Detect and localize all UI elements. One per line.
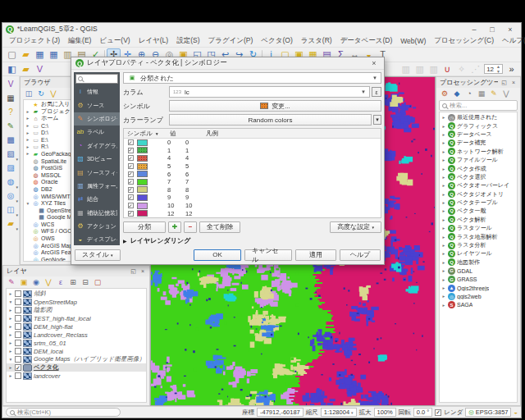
layer-visibility-checkbox[interactable]	[15, 356, 21, 363]
expand-arrow-icon[interactable]: ▸	[25, 151, 30, 156]
toolbar-button[interactable]: ▢	[5, 48, 19, 61]
toolbar-button[interactable]: ▥	[399, 63, 413, 75]
toolbox-group-item[interactable]: ▸ Q データ補完	[440, 139, 517, 147]
toolbox-group-item[interactable]: ▸ Q グラフィックス	[440, 121, 517, 130]
toolbar-button[interactable]: ▦	[33, 48, 47, 61]
layer-visibility-checkbox[interactable]	[15, 315, 21, 322]
locator-search[interactable]: 検索(Ctrl+K)	[6, 408, 121, 417]
toolbox-tool-button[interactable]: ✎	[488, 89, 500, 98]
magnifier-value[interactable]: 100%	[374, 408, 396, 417]
toolbox-group-item[interactable]: ▸ Q ベクタ作成	[440, 164, 517, 172]
layer-item[interactable]: ▸ Landcover_Reclass	[7, 331, 146, 339]
rotation-value[interactable]: 0.0 °	[413, 408, 433, 417]
expand-arrow-icon[interactable]: ▸	[25, 137, 30, 142]
toolbar-button[interactable]: ✧	[454, 63, 468, 75]
category-checkbox[interactable]	[128, 148, 134, 153]
add-layer-button[interactable]: ▦ ▾	[4, 92, 17, 105]
expand-arrow-icon[interactable]: ▸	[8, 324, 13, 329]
expand-arrow-icon[interactable]: ▸	[441, 167, 446, 171]
expand-arrow-icon[interactable]: ▸	[441, 208, 446, 213]
classify-button[interactable]: 分類	[123, 221, 166, 233]
toolbox-tool-button[interactable]: ⚙	[439, 89, 450, 98]
layer-visibility-checkbox[interactable]	[15, 364, 21, 371]
toolbar-button[interactable]: V	[33, 63, 47, 75]
toolbox-group-item[interactable]: ▸ Q データベース	[440, 130, 517, 139]
expand-arrow-icon[interactable]: ▸	[441, 124, 446, 129]
layer-visibility-checkbox[interactable]	[15, 348, 21, 354]
value-column-header[interactable]: 値	[170, 130, 206, 138]
menu-item[interactable]: Web(W)	[397, 36, 429, 46]
menu-item[interactable]: プラグイン(P)	[205, 35, 257, 47]
minimize-button[interactable]: –	[467, 24, 482, 34]
dialog-close-icon[interactable]: ×	[368, 58, 380, 69]
expand-arrow-icon[interactable]: ▸	[441, 260, 446, 265]
expand-arrow-icon[interactable]: ▸	[8, 291, 13, 296]
layer-item[interactable]: ▸ 陰影図	[7, 306, 146, 314]
toolbox-group-item[interactable]: ▸ G GRASS	[440, 275, 517, 283]
browser-tool-button[interactable]: ⋁	[48, 89, 59, 98]
category-symbol-chip[interactable]	[137, 203, 148, 209]
toolbar-button[interactable]: ▦	[47, 48, 61, 61]
toolbar-button[interactable]: ▥	[427, 63, 441, 75]
expand-arrow-icon[interactable]: ▸	[441, 294, 446, 299]
toolbox-tool-button[interactable]: ◔	[463, 89, 475, 98]
toolbar-button[interactable]: ∪	[441, 63, 454, 75]
toolbar-button[interactable]: ▰	[19, 48, 33, 61]
add-layer-button[interactable]: ◫ ▾	[4, 203, 17, 217]
layers-tool-button[interactable]: ε	[55, 277, 66, 287]
category-symbol-chip[interactable]	[137, 155, 148, 162]
category-row[interactable]: 6 6	[124, 170, 381, 178]
dialog-nav-item[interactable]: ⚙ アクション	[74, 220, 120, 233]
layers-tool-button[interactable]: ⋁	[43, 277, 54, 287]
browser-tool-button[interactable]: ↻	[35, 89, 47, 98]
toolbar-overflow-button[interactable]: »	[504, 63, 518, 75]
toolbox-group-item[interactable]: ▸ Q ベクタ解析	[440, 216, 517, 224]
expand-arrow-icon[interactable]: ▸	[441, 277, 446, 282]
toolbox-search[interactable]: 検索...	[439, 100, 518, 111]
layer-visibility-checkbox[interactable]	[15, 372, 21, 379]
symbol-column-header[interactable]: シンボル ▼	[124, 130, 170, 138]
menu-item[interactable]: データベース(D)	[337, 35, 396, 47]
add-layer-button[interactable]: ▰ ▾	[4, 217, 17, 231]
category-row[interactable]: 1 1	[124, 147, 381, 155]
layer-visibility-checkbox[interactable]	[15, 340, 21, 346]
spinner-arrows-icon[interactable]: ▲▼	[496, 64, 500, 74]
expand-arrow-icon[interactable]: ▸	[8, 332, 13, 337]
dialog-nav-item[interactable]: ▦ 補助記憶装置	[74, 207, 120, 220]
layer-item[interactable]: ▸ srtm_05_01	[7, 339, 146, 347]
expand-arrow-icon[interactable]: ▸	[441, 303, 446, 308]
layers-tool-button[interactable]: ▢	[92, 277, 103, 287]
toolbox-tool-button[interactable]: ◆	[451, 89, 463, 98]
expand-arrow-icon[interactable]: ▸	[441, 149, 446, 154]
toolbox-group-item[interactable]: ▸ Q ラスタ地形解析	[440, 232, 517, 240]
expand-arrow-icon[interactable]: ▸	[8, 308, 13, 313]
expand-arrow-icon[interactable]: ▸	[441, 192, 446, 197]
toolbox-group-item[interactable]: ▸ Q ファイルツール	[440, 156, 517, 164]
expand-arrow-icon[interactable]: ▸	[441, 183, 446, 188]
toolbox-group-item[interactable]: ▸ Q ラスタ分析	[440, 241, 517, 249]
toolbox-tool-button[interactable]: ▦	[476, 89, 487, 98]
category-checkbox[interactable]	[128, 171, 134, 177]
dialog-nav-search[interactable]	[75, 74, 118, 84]
dialog-nav-item[interactable]: ab ラベル	[74, 126, 120, 139]
add-layer-button[interactable]: ◎ ▾	[4, 189, 17, 203]
category-symbol-chip[interactable]	[137, 171, 148, 177]
dialog-nav-item[interactable]: ◒ ディスプレイ	[74, 233, 120, 245]
category-checkbox[interactable]	[128, 194, 134, 200]
menu-item[interactable]: プロセッシング(C)	[431, 35, 497, 47]
add-layer-button[interactable]: ◍ ▾	[4, 176, 17, 189]
maximize-button[interactable]: □	[485, 24, 500, 34]
expand-arrow-icon[interactable]: ▸	[8, 316, 13, 321]
toolbox-float-icon[interactable]: ◱	[500, 80, 509, 86]
color-ramp-button[interactable]: Random colors	[169, 114, 372, 126]
expand-arrow-icon[interactable]: ▸	[441, 226, 446, 231]
layer-visibility-checkbox[interactable]	[15, 299, 21, 305]
remove-category-button[interactable]: −	[184, 221, 197, 233]
layer-visibility-checkbox[interactable]	[15, 307, 21, 313]
layers-tool-button[interactable]: ⊞	[67, 277, 79, 287]
layer-item[interactable]: ▾ Google Maps（ハイブリッド衛星画像）	[7, 355, 146, 363]
expand-arrow-icon[interactable]: ▸	[441, 243, 446, 248]
category-row[interactable]: 13 13	[124, 217, 381, 218]
menu-item[interactable]: 編集(E)	[65, 35, 94, 47]
category-symbol-chip[interactable]	[137, 147, 148, 153]
